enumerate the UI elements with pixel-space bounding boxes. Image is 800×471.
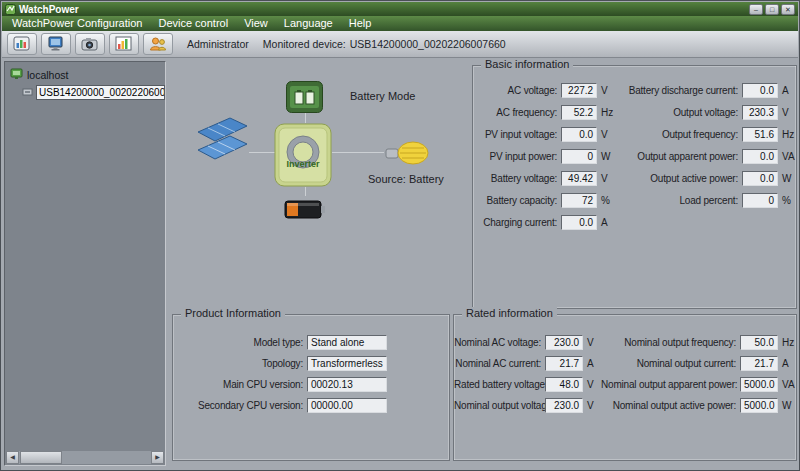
menu-item[interactable]: Help bbox=[341, 16, 380, 31]
field-value: 0.0 bbox=[561, 215, 597, 230]
title-bar[interactable]: WatchPower – □ ✕ bbox=[2, 2, 798, 16]
field-value: 5000.0 bbox=[740, 377, 778, 392]
field-label: Output voltage: bbox=[615, 107, 742, 118]
field-row: Nominal output voltage: 230.0 V bbox=[454, 395, 601, 416]
rated-info-left-column: Nominal AC voltage: 230.0 V Nominal AC c… bbox=[454, 332, 601, 416]
device-control-button[interactable] bbox=[41, 33, 71, 55]
tree-item-label-selected: USB14200000_00202206007660 bbox=[36, 85, 165, 100]
app-icon bbox=[5, 4, 16, 15]
field-unit: W bbox=[778, 400, 796, 411]
connector-inverter-load bbox=[332, 152, 384, 153]
maximize-button[interactable]: □ bbox=[765, 4, 779, 15]
field-unit: V bbox=[597, 129, 615, 140]
field-unit: V bbox=[583, 337, 601, 348]
scrollbar-track[interactable] bbox=[19, 451, 151, 464]
field-row: Rated battery voltage: 48.0 V bbox=[454, 374, 601, 395]
field-value: 0.0 bbox=[742, 149, 778, 164]
field-label: PV input voltage: bbox=[473, 129, 561, 140]
field-row: Battery voltage: 49.42 V bbox=[473, 167, 615, 189]
field-unit: A bbox=[778, 358, 796, 369]
field-row: PV input voltage: 0.0 V bbox=[473, 123, 615, 145]
field-label: Output frequency: bbox=[615, 129, 742, 140]
field-label: Nominal output active power: bbox=[601, 400, 740, 411]
users-icon bbox=[149, 36, 167, 52]
source-label: Source: Battery bbox=[368, 173, 444, 185]
field-row: Output voltage: 230.3 V bbox=[615, 101, 796, 123]
camera-icon bbox=[81, 36, 99, 52]
field-unit: V bbox=[597, 173, 615, 184]
field-label: Battery discharge current: bbox=[615, 85, 742, 96]
product-information-panel: Product Information Model type: Stand al… bbox=[172, 314, 450, 461]
field-label: Secondary CPU version: bbox=[173, 400, 307, 411]
tree-item-label: localhost bbox=[27, 69, 68, 81]
field-row: Nominal output apparent power: 5000.0 VA bbox=[601, 374, 796, 395]
field-row: Output apparent power: 0.0 VA bbox=[615, 145, 796, 167]
sidebar-horizontal-scrollbar[interactable]: ◀ ▶ bbox=[6, 451, 164, 464]
connector-solar-inverter bbox=[249, 152, 275, 153]
field-row: AC frequency: 52.2 Hz bbox=[473, 101, 615, 123]
field-label: AC frequency: bbox=[473, 107, 561, 118]
battery-icon bbox=[284, 195, 326, 225]
field-unit: V bbox=[583, 379, 601, 390]
menu-item[interactable]: WatchPower Configuration bbox=[4, 16, 150, 31]
field-label: Nominal AC voltage: bbox=[454, 337, 545, 348]
device-tree-panel: localhost USB14200000_00202206007660 ◀ ▶ bbox=[4, 61, 166, 466]
field-unit: A bbox=[778, 85, 796, 96]
field-value: 230.0 bbox=[545, 335, 583, 350]
scroll-right-arrow-icon[interactable]: ▶ bbox=[151, 451, 164, 464]
user-management-button[interactable] bbox=[143, 33, 173, 55]
device-control-icon bbox=[47, 36, 65, 52]
field-row: PV input power: 0 W bbox=[473, 145, 615, 167]
field-row: Nominal output current: 21.7 A bbox=[601, 353, 796, 374]
field-label: Nominal output voltage: bbox=[454, 400, 545, 411]
inverter-icon bbox=[274, 123, 332, 189]
field-row: Output active power: 0.0 W bbox=[615, 167, 796, 189]
snapshot-button[interactable] bbox=[75, 33, 105, 55]
field-value: Transformerless bbox=[307, 356, 387, 371]
field-unit: V bbox=[583, 400, 601, 411]
menu-item[interactable]: Device control bbox=[150, 16, 236, 31]
window-title: WatchPower bbox=[19, 4, 749, 15]
field-unit: W bbox=[778, 173, 796, 184]
field-row: Model type: Stand alone bbox=[173, 332, 449, 353]
device-icon bbox=[22, 87, 33, 99]
current-user-label: Administrator bbox=[187, 38, 249, 50]
scrollbar-thumb[interactable] bbox=[20, 451, 62, 464]
basic-info-left-column: AC voltage: 227.2 V AC frequency: 52.2 H… bbox=[473, 79, 615, 233]
close-button[interactable]: ✕ bbox=[781, 4, 795, 15]
field-label: Battery capacity: bbox=[473, 195, 561, 206]
field-value: 0.0 bbox=[742, 83, 778, 98]
field-value: 0.0 bbox=[742, 171, 778, 186]
field-value: 00020.13 bbox=[307, 377, 387, 392]
field-row: Topology: Transformerless bbox=[173, 353, 449, 374]
menu-item[interactable]: Language bbox=[276, 16, 341, 31]
power-flow-diagram: Battery Mode Inverter Source: Battery bbox=[168, 59, 471, 311]
menu-item[interactable]: View bbox=[236, 16, 276, 31]
field-unit: VA bbox=[778, 379, 796, 390]
menu-bar: WatchPower Configuration Device control … bbox=[2, 16, 798, 31]
field-label: Rated battery voltage: bbox=[454, 379, 545, 390]
tree-item-device[interactable]: USB14200000_00202206007660 bbox=[5, 84, 165, 101]
field-label: Output apparent power: bbox=[615, 151, 742, 162]
monitored-device-id: USB14200000_00202206007660 bbox=[350, 38, 506, 50]
watchpower-window: WatchPower – □ ✕ WatchPower Configuratio… bbox=[0, 0, 800, 471]
field-label: Nominal output apparent power: bbox=[601, 379, 740, 390]
monitoring-button[interactable] bbox=[7, 33, 37, 55]
product-info-rows: Model type: Stand alone Topology: Transf… bbox=[173, 315, 449, 416]
scroll-left-arrow-icon[interactable]: ◀ bbox=[6, 451, 19, 464]
monitoring-icon bbox=[13, 36, 31, 52]
toolbar: Administrator Monitored device: USB14200… bbox=[2, 31, 798, 58]
tree-item-localhost[interactable]: localhost bbox=[5, 66, 165, 83]
field-label: Battery voltage: bbox=[473, 173, 561, 184]
field-label: Output active power: bbox=[615, 173, 742, 184]
field-value: 230.0 bbox=[545, 398, 583, 413]
field-unit: Hz bbox=[778, 337, 796, 348]
field-unit: Hz bbox=[778, 129, 796, 140]
statistics-button[interactable] bbox=[109, 33, 139, 55]
computer-icon bbox=[10, 68, 23, 82]
minimize-button[interactable]: – bbox=[749, 4, 763, 15]
field-row: Charging current: 0.0 A bbox=[473, 211, 615, 233]
field-unit: Hz bbox=[597, 107, 615, 118]
field-unit: VA bbox=[778, 151, 796, 162]
panel-title: Rated information bbox=[462, 307, 557, 319]
